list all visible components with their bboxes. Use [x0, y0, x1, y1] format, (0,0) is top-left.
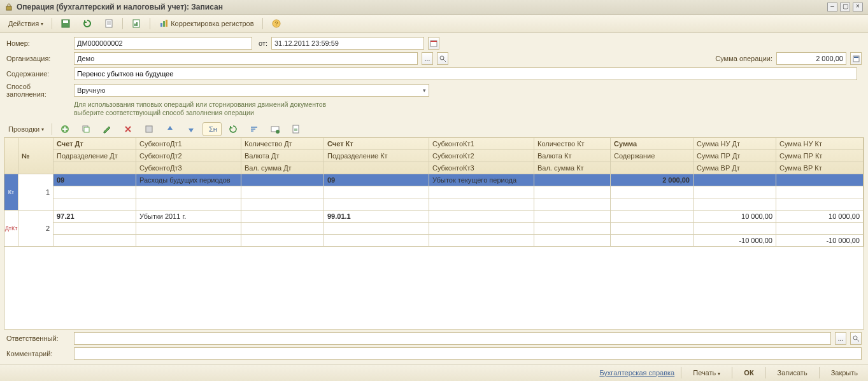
svg-rect-3 — [106, 20, 112, 27]
grid-body[interactable]: Кт 1 09 Расходы будущих периодов 09 Убыт… — [4, 174, 864, 329]
svg-rect-21 — [146, 126, 152, 132]
tb-doc-icon[interactable] — [99, 17, 118, 31]
col-cursum-kt: Вал. сумма Кт — [534, 162, 611, 174]
col-num: № — [18, 138, 53, 174]
tb-report-icon[interactable] — [127, 17, 146, 31]
copy-row-button[interactable] — [76, 122, 96, 136]
responsible-label: Ответственный: — [6, 335, 70, 342]
sum-button[interactable]: Σн — [203, 122, 222, 136]
svg-line-15 — [443, 59, 446, 62]
tb-save-icon[interactable] — [56, 17, 75, 31]
sort-button[interactable] — [245, 122, 264, 136]
svg-text:Σн: Σн — [209, 125, 217, 133]
content-field[interactable] — [74, 67, 857, 80]
titlebar: Операция (бухгалтерский и налоговый учет… — [0, 0, 868, 15]
lock-icon — [5, 3, 13, 11]
svg-line-27 — [857, 339, 859, 342]
svg-text:?: ? — [274, 20, 278, 27]
col-dept-dt: Подразделение Дт — [53, 150, 136, 162]
org-field[interactable]: Демо — [74, 52, 418, 65]
svg-rect-9 — [166, 20, 167, 27]
col-acc-dt: Счет Дт — [53, 138, 136, 150]
date-label: от: — [259, 39, 267, 47]
ok-button[interactable]: ОК — [739, 368, 758, 378]
entries-menu[interactable]: Проводки ▾ — [4, 122, 48, 136]
svg-rect-5 — [134, 24, 136, 26]
accounting-report-link[interactable]: Бухгалтерская справка — [599, 369, 674, 377]
col-nu-kt: Сумма НУ Кт — [776, 138, 864, 150]
move-down-button[interactable] — [181, 122, 201, 136]
close-footer-button[interactable]: Закрыть — [826, 368, 863, 378]
minimize-button[interactable]: – — [827, 3, 837, 11]
col-subdt1: СубконтоДт1 — [136, 138, 241, 150]
responsible-select-button[interactable]: ... — [835, 332, 846, 345]
org-select-button[interactable]: ... — [422, 52, 433, 65]
entries-grid[interactable]: № Счет Дт Подразделение Дт СубконтоДт1 С… — [4, 137, 864, 329]
col-cur-kt: Валюта Кт — [534, 150, 611, 162]
col-nu-dt: Сумма НУ Дт — [694, 138, 776, 150]
col-qty-kt: Количество Кт — [534, 138, 611, 150]
chevron-down-icon: ▾ — [423, 87, 426, 94]
svg-rect-7 — [160, 23, 162, 27]
col-subkt1: СубконтоКт1 — [429, 138, 534, 150]
date-picker-button[interactable] — [428, 37, 439, 50]
move-up-button[interactable] — [160, 122, 180, 136]
date-field[interactable]: 31.12.2011 23:59:59 — [271, 37, 424, 50]
save-button[interactable]: Записать — [772, 368, 813, 378]
col-acc-kt: Счет Кт — [324, 138, 429, 150]
register-correction-button[interactable]: Корректировка регистров — [154, 17, 258, 31]
svg-rect-0 — [6, 6, 11, 10]
form-area: Номер: ДМ000000002 от: 31.12.2011 23:59:… — [0, 33, 868, 121]
col-cursum-dt: Вал. сумма Дт — [241, 162, 324, 174]
print-button[interactable]: Печать ▾ — [688, 368, 725, 378]
refresh-button[interactable] — [224, 122, 243, 136]
org-search-button[interactable] — [437, 52, 448, 65]
footer-bar: Бухгалтерская справка Печать ▾ ОК Записа… — [0, 364, 868, 381]
settings-button[interactable] — [266, 122, 285, 136]
sum-field[interactable]: 2 000,00 — [776, 52, 846, 65]
svg-rect-2 — [63, 20, 68, 23]
hint-text: Для использования типовых операций или с… — [74, 100, 862, 117]
col-content: Содержание — [611, 150, 694, 162]
col-subkt3: СубконтоКт3 — [429, 162, 534, 174]
bottom-fields: Ответственный: ... Комментарий: — [0, 329, 868, 364]
svg-rect-17 — [854, 57, 858, 58]
table-row[interactable]: Кт 1 09 Расходы будущих периодов 09 Убыт… — [4, 174, 864, 211]
responsible-field[interactable] — [74, 332, 831, 345]
add-row-button[interactable] — [55, 122, 75, 136]
col-qty-dt: Количество Дт — [241, 138, 324, 150]
col-vr-kt: Сумма ВР Кт — [776, 162, 864, 174]
number-field[interactable]: ДМ000000002 — [74, 37, 252, 50]
comment-field[interactable] — [74, 347, 862, 360]
fill-method-dropdown[interactable]: Вручную▾ — [74, 84, 429, 97]
main-toolbar: Действия ▾ Корректировка регистров ? — [0, 15, 868, 33]
col-subdt2: СубконтоДт2 — [136, 150, 241, 162]
grid-toolbar: Проводки ▾ Σн — [0, 121, 868, 137]
export-button[interactable] — [287, 122, 306, 136]
edit-row-button[interactable] — [97, 122, 117, 136]
fill-button[interactable] — [139, 122, 159, 136]
help-button[interactable]: ? — [267, 17, 286, 31]
col-dept-kt: Подразделение Кт — [324, 150, 429, 162]
delete-row-button[interactable] — [118, 122, 138, 136]
tb-refresh-icon[interactable] — [78, 17, 97, 31]
col-pr-kt: Сумма ПР Кт — [776, 150, 864, 162]
comment-label: Комментарий: — [6, 350, 70, 357]
table-row[interactable]: ДтКт 2 97.21 Убытки 2011 г. 99.01.1 10 0… — [4, 211, 864, 247]
svg-rect-20 — [84, 127, 89, 132]
responsible-search-button[interactable] — [850, 332, 862, 345]
svg-point-24 — [276, 130, 280, 134]
col-pr-dt: Сумма ПР Дт — [694, 150, 776, 162]
svg-rect-6 — [136, 22, 138, 26]
col-sum: Сумма — [611, 138, 694, 150]
actions-menu[interactable]: Действия ▾ — [4, 17, 48, 31]
maximize-button[interactable]: ▢ — [840, 3, 850, 11]
window-title: Операция (бухгалтерский и налоговый учет… — [17, 3, 823, 11]
content-label: Содержание: — [6, 70, 70, 78]
grid-header: № Счет Дт Подразделение Дт СубконтоДт1 С… — [4, 138, 864, 174]
sum-label: Сумма операции: — [715, 55, 772, 62]
number-label: Номер: — [6, 39, 70, 47]
close-button[interactable]: × — [853, 3, 863, 11]
org-label: Организация: — [6, 55, 70, 62]
sum-calc-button[interactable] — [850, 52, 862, 65]
